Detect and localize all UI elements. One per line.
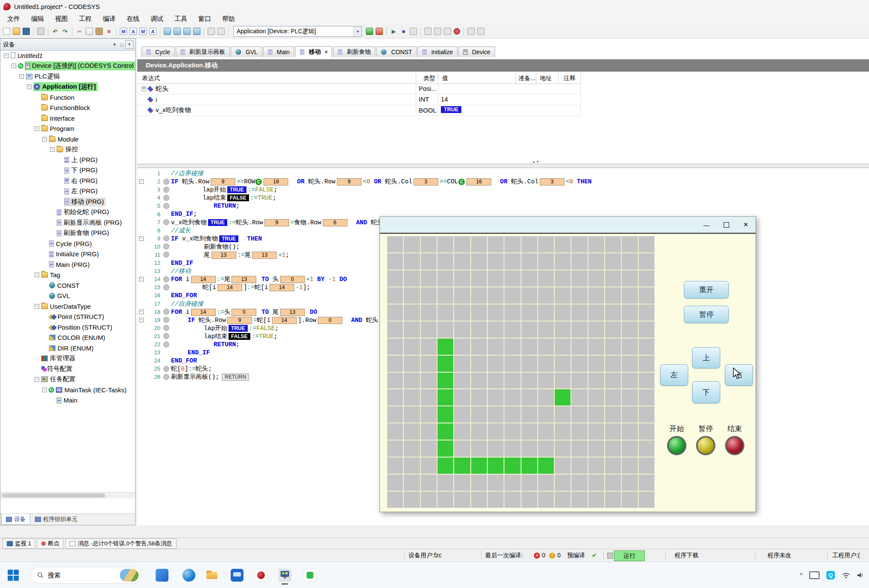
- tree-item[interactable]: -Program: [0, 124, 135, 134]
- menu-item-在线[interactable]: 在线: [121, 14, 145, 24]
- menu-item-工具[interactable]: 工具: [169, 14, 193, 24]
- replace-all-icon[interactable]: A: [149, 28, 156, 35]
- breakpoint-slot[interactable]: [163, 317, 171, 323]
- tree-expander-icon[interactable]: -: [35, 126, 39, 131]
- breakpoint-slot[interactable]: [163, 219, 171, 225]
- panel-pin-icon[interactable]: □: [118, 42, 125, 47]
- breakpoint-slot[interactable]: [163, 252, 171, 258]
- code-fold-icon[interactable]: -: [139, 179, 144, 184]
- breakpoint-slot[interactable]: [163, 195, 171, 201]
- tree-item[interactable]: 刷新显示画板 (PRG): [0, 217, 135, 228]
- breakpoint-slot[interactable]: [163, 276, 171, 282]
- start-button-icon[interactable]: [8, 570, 19, 581]
- menu-item-编辑[interactable]: 编辑: [26, 14, 49, 24]
- tree-expander-icon[interactable]: -: [12, 64, 16, 68]
- watch-expander-icon[interactable]: +: [142, 87, 146, 91]
- tray-display-icon[interactable]: [809, 571, 820, 579]
- open-icon[interactable]: [13, 28, 20, 35]
- tray-chevron-up-icon[interactable]: ^: [799, 572, 802, 579]
- bookmark-icon[interactable]: [208, 28, 215, 35]
- tree-item[interactable]: 刷新食物 (PRG): [0, 228, 135, 239]
- viz-maximize-icon[interactable]: [716, 217, 736, 233]
- edge-icon[interactable]: [182, 569, 195, 582]
- generate-code-icon[interactable]: [183, 28, 191, 35]
- redo-icon[interactable]: ↷: [61, 28, 69, 35]
- editor-tab-移动[interactable]: 移动×: [295, 46, 332, 57]
- watch-column-2[interactable]: 值: [442, 75, 448, 82]
- watch-column-4[interactable]: 地址: [540, 75, 552, 82]
- cut-icon[interactable]: ✂: [76, 28, 83, 35]
- rebuild-icon[interactable]: [174, 28, 181, 35]
- tree-item[interactable]: Position (STRUCT): [0, 322, 135, 333]
- restart-button[interactable]: 重开: [684, 281, 729, 298]
- tray-volume-icon[interactable]: [857, 572, 865, 579]
- tree-item[interactable]: -Application [运行]: [0, 82, 135, 93]
- breakpoint-slot[interactable]: [163, 179, 171, 185]
- paste-icon[interactable]: [96, 28, 103, 35]
- copy-icon[interactable]: [86, 28, 93, 35]
- code-fold-icon[interactable]: -: [139, 318, 144, 322]
- tree-expander-icon[interactable]: -: [19, 74, 24, 79]
- up-button[interactable]: 上: [692, 347, 720, 368]
- codesys-window-taskbar-icon[interactable]: [278, 569, 291, 582]
- delete-icon[interactable]: ×: [105, 28, 113, 35]
- breakpoint-slot[interactable]: [163, 325, 171, 331]
- find-icon[interactable]: M: [120, 28, 127, 35]
- editor-tab-Cycle[interactable]: Cycle: [142, 46, 175, 57]
- build-icon[interactable]: [164, 28, 171, 35]
- tree-item[interactable]: 移动 (PRG): [0, 197, 135, 207]
- down-button[interactable]: 下: [692, 381, 720, 403]
- tree-item[interactable]: DIR (ENUM): [0, 343, 135, 353]
- tree-expander-icon[interactable]: -: [35, 272, 39, 277]
- taskview-icon[interactable]: [156, 569, 168, 582]
- editor-tab-CONST[interactable]: CONST: [376, 46, 417, 57]
- panel-tab-设备[interactable]: 设备: [1, 514, 30, 525]
- tree-horizontal-scrollbar[interactable]: [0, 492, 135, 498]
- breakpoint-slot[interactable]: [163, 333, 171, 339]
- tab-close-icon[interactable]: ×: [324, 49, 327, 55]
- panel-menu-icon[interactable]: ▾: [111, 42, 118, 47]
- tree-expander-icon[interactable]: -: [4, 53, 9, 58]
- breakpoint-slot[interactable]: [163, 309, 171, 315]
- tree-item[interactable]: COLOR (ENUM): [0, 333, 135, 343]
- watch-column-1[interactable]: 类型: [423, 75, 435, 82]
- login-icon[interactable]: [366, 28, 373, 35]
- tray-network-icon[interactable]: [842, 572, 850, 579]
- tree-item[interactable]: Function: [0, 92, 135, 103]
- tree-item[interactable]: -Tag: [0, 270, 135, 281]
- tree-item[interactable]: GVL: [0, 291, 135, 301]
- editor-tab-Device[interactable]: Device: [458, 46, 495, 57]
- menu-item-视图[interactable]: 视图: [49, 14, 73, 24]
- tree-item[interactable]: Initialize (PRG): [0, 249, 135, 260]
- step-out-icon[interactable]: [444, 28, 451, 35]
- dock-tab[interactable]: 监视 1: [3, 539, 35, 549]
- replace-icon[interactable]: M: [139, 28, 147, 35]
- editor-tab-Main[interactable]: Main: [263, 46, 294, 57]
- watch-column-5[interactable]: 注释: [564, 75, 576, 82]
- tree-item[interactable]: 上 (PRG): [0, 155, 135, 165]
- panel-tab-程序组织单元[interactable]: 程序组织单元: [30, 514, 82, 525]
- breakpoint-slot[interactable]: [163, 187, 171, 193]
- stop-icon[interactable]: ■: [400, 28, 407, 35]
- viz-title-bar[interactable]: — ✕: [380, 217, 756, 234]
- tree-item[interactable]: 初始化蛇 (PRG): [0, 207, 135, 218]
- breakpoint-slot[interactable]: [163, 374, 171, 380]
- search-box[interactable]: 搜索: [31, 567, 142, 584]
- file-explorer-icon[interactable]: [206, 569, 218, 582]
- tray-qq-icon[interactable]: Q: [826, 571, 835, 579]
- tools-icon[interactable]: [477, 28, 484, 35]
- viz-close-icon[interactable]: ✕: [736, 217, 756, 233]
- tree-item[interactable]: -Module: [0, 134, 135, 145]
- watch-column-3[interactable]: 准备...: [519, 75, 536, 82]
- find-next-icon[interactable]: A: [130, 28, 137, 35]
- tree-item[interactable]: -操控: [0, 145, 135, 155]
- breakpoint-slot[interactable]: [163, 366, 171, 372]
- tree-item[interactable]: -UserDataType: [0, 301, 135, 312]
- new-file-icon[interactable]: [3, 28, 10, 35]
- menu-item-帮助[interactable]: 帮助: [217, 14, 240, 24]
- left-button[interactable]: 左: [660, 364, 688, 386]
- tree-item[interactable]: Main (PRG): [0, 259, 135, 270]
- viz-minimize-icon[interactable]: —: [697, 217, 716, 233]
- code-fold-icon[interactable]: -: [139, 310, 144, 314]
- tree-item[interactable]: 符号配置: [0, 364, 135, 374]
